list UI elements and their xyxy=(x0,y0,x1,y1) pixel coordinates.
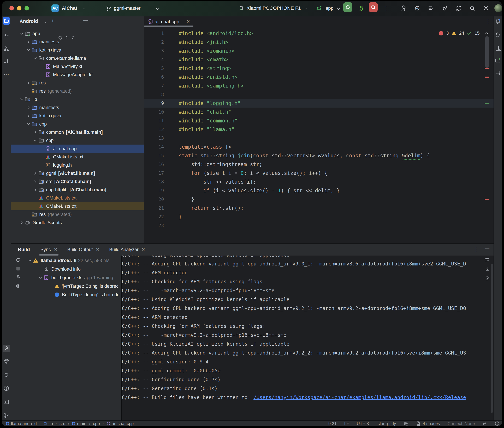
tree-item-cpp[interactable]: cpp xyxy=(11,120,144,128)
close-tab-icon[interactable]: ✕ xyxy=(96,247,99,252)
tree-item-ai-chat-cpp[interactable]: C+ai_chat.cpp xyxy=(11,145,144,153)
debug-button[interactable] xyxy=(358,5,365,12)
build-run-hammer-icon[interactable] xyxy=(400,5,406,11)
chevron-down-icon[interactable] xyxy=(32,56,38,61)
code-line-6[interactable]: 6#include <unistd.h> xyxy=(144,73,494,81)
window-minimize-button[interactable] xyxy=(17,6,21,10)
stripe-mark-ok[interactable] xyxy=(485,103,489,104)
editor-scrollbar[interactable] xyxy=(485,36,489,68)
code-line-17[interactable]: 17 for (size_t i = 0; i < values.size();… xyxy=(144,169,494,177)
profiler-lines-icon[interactable] xyxy=(428,5,434,11)
editor-tab-ai-chat-cpp[interactable]: ai_chat.cpp xyxy=(155,19,179,25)
breadcrumb-item-main[interactable]: main xyxy=(72,421,86,426)
indent-widget[interactable]: 4 spaces xyxy=(416,421,440,426)
chevron-right-icon[interactable] xyxy=(32,130,38,135)
breadcrumb-item-lib[interactable]: lib xyxy=(43,421,53,426)
chevron-down-icon[interactable] xyxy=(25,48,32,53)
code-line-18[interactable]: 18 str << values[i]; xyxy=(144,177,494,186)
line-number[interactable]: 2 xyxy=(144,39,171,45)
tree-item-cmakelists-txt[interactable]: CMakeLists.txt xyxy=(11,202,144,210)
tree-item-logging-h[interactable]: Hlogging.h xyxy=(11,161,144,169)
tree-item-app[interactable]: app xyxy=(11,29,144,38)
running-devices-icon[interactable] xyxy=(495,58,501,64)
chevron-right-icon[interactable] xyxy=(32,171,38,176)
clear-console-trash-icon[interactable] xyxy=(485,276,490,281)
context-indicator[interactable]: Context: None xyxy=(447,421,475,426)
tool-structure-button[interactable] xyxy=(3,45,9,51)
tree-item-lib[interactable]: lib xyxy=(11,95,144,103)
breadcrumb-item-cpp[interactable]: cpp xyxy=(93,421,100,426)
search-icon[interactable] xyxy=(469,5,476,11)
close-tab-icon[interactable]: ✕ xyxy=(54,247,57,252)
tool-app-quality-insights-button[interactable] xyxy=(3,358,9,364)
line-number[interactable]: 1 xyxy=(144,31,171,36)
device-manager-icon[interactable] xyxy=(495,46,501,51)
tree-item-kotlin-java[interactable]: kotlin+java xyxy=(11,46,144,54)
chevron-right-icon[interactable] xyxy=(32,179,38,184)
line-number[interactable]: 20 xyxy=(144,197,171,202)
tree-item-res[interactable]: res(generated) xyxy=(11,210,144,219)
device-selector[interactable]: Xiaomi POCOPHONE F1 xyxy=(247,6,301,11)
scroll-to-end-icon[interactable] xyxy=(485,266,490,272)
sync-refresh-icon[interactable] xyxy=(16,257,21,263)
code-line-21[interactable]: 21 return str.str(); xyxy=(144,204,494,212)
vcs-branch-selector[interactable]: ggml-master xyxy=(114,6,141,11)
stop-square-icon[interactable] xyxy=(16,266,21,271)
code-line-19[interactable]: 19 if (i < values.size() - 1) { str << d… xyxy=(144,186,494,195)
line-number[interactable]: 18 xyxy=(144,179,171,184)
next-problem-icon[interactable] xyxy=(494,31,499,35)
chevron-right-icon[interactable] xyxy=(25,39,32,44)
user-avatar[interactable] xyxy=(494,4,502,12)
build-tree-item[interactable]: build.gradle.ktsapp 1 warning xyxy=(27,273,121,282)
tool-problems-button[interactable] xyxy=(3,385,9,391)
chevron-down-icon[interactable] xyxy=(37,275,43,280)
build-tree-item[interactable]: Download info xyxy=(27,265,121,273)
unlocked-icon[interactable] xyxy=(482,421,487,426)
build-tab-build-output[interactable]: Build Output✕ xyxy=(67,244,99,255)
tree-item-cpp-httplib[interactable]: cpp-httplib[AiChat.lib.main] xyxy=(11,186,144,194)
attach-debugger-icon[interactable] xyxy=(442,5,448,11)
tool-project-button[interactable] xyxy=(3,17,10,25)
chevron-down-icon[interactable] xyxy=(32,138,38,143)
close-tab-icon[interactable]: ✕ xyxy=(142,247,145,252)
line-number[interactable]: 4 xyxy=(144,57,171,62)
close-tab-icon[interactable]: ✕ xyxy=(187,19,190,24)
line-number[interactable]: 15 xyxy=(144,153,171,158)
tree-item-common[interactable]: common[AiChat.lib.main] xyxy=(11,128,144,136)
project-options-kebab[interactable]: ⋮ xyxy=(77,18,83,24)
line-number[interactable]: 9 xyxy=(144,100,171,106)
chevron-right-icon[interactable] xyxy=(25,80,32,85)
code-line-14[interactable]: 14template<class T> xyxy=(144,142,494,151)
tree-item-gradle-scripts[interactable]: Gradle Scripts xyxy=(11,219,144,227)
sync-translate-icon[interactable]: A xyxy=(414,5,420,11)
stripe-mark-error[interactable] xyxy=(485,77,489,78)
line-number[interactable]: 5 xyxy=(144,66,171,71)
tree-item-res[interactable]: res(generated) xyxy=(11,87,144,95)
tool-more-button[interactable]: ⋯ xyxy=(3,71,9,78)
line-number[interactable]: 13 xyxy=(144,135,171,141)
tool-commit-button[interactable] xyxy=(3,32,9,38)
code-line-9[interactable]: 9#include "logging.h" xyxy=(144,99,494,107)
breadcrumb-item-llama-android[interactable]: llama.android xyxy=(6,421,37,426)
chevron-right-icon[interactable] xyxy=(25,105,32,110)
line-number[interactable]: 19 xyxy=(144,188,171,193)
tree-item-res[interactable]: res xyxy=(11,79,144,87)
line-number[interactable]: 11 xyxy=(144,118,171,123)
notifications-bell-icon[interactable] xyxy=(495,18,501,24)
line-number[interactable]: 6 xyxy=(144,74,171,80)
tool-version-control-button[interactable] xyxy=(3,412,9,418)
chevron-down-icon[interactable] xyxy=(25,121,32,127)
code-line-7[interactable]: 7#include <sampling.h> xyxy=(144,81,494,90)
tree-item-com-example-llama[interactable]: com.example.llama xyxy=(11,54,144,62)
tree-item-src[interactable]: src[AiChat.lib.main] xyxy=(11,177,144,186)
code-line-8[interactable]: 8 xyxy=(144,90,494,99)
caret-position[interactable]: 9:21 xyxy=(328,421,337,426)
project-view-selector[interactable]: Android xyxy=(19,18,38,24)
window-close-button[interactable] xyxy=(9,6,14,10)
project-selector[interactable]: AiChat xyxy=(62,6,77,11)
gemini-assistant-icon[interactable] xyxy=(495,70,501,76)
code-line-12[interactable]: 12#include "llama.h" xyxy=(144,125,494,134)
code-line-16[interactable]: 16 std::ostringstream str; xyxy=(144,160,494,169)
run-configuration-selector[interactable]: app xyxy=(325,6,333,11)
line-number[interactable]: 10 xyxy=(144,109,171,115)
